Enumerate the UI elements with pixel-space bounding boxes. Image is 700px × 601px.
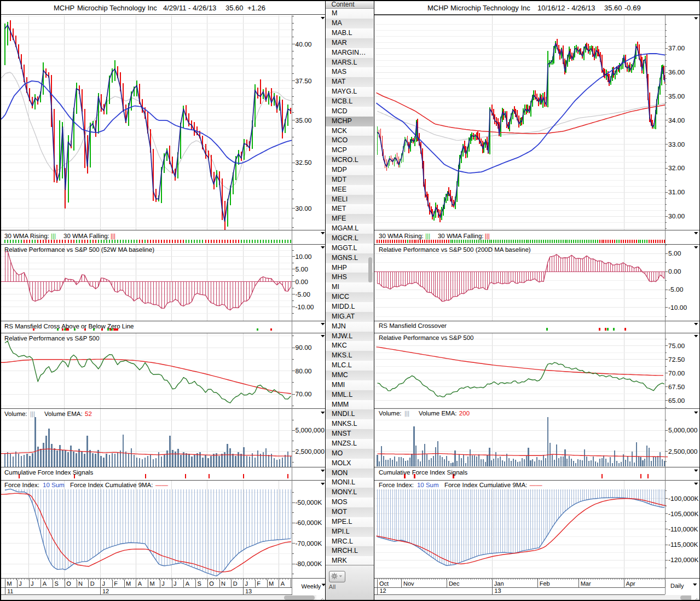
svg-text:N: N [78,581,83,587]
svg-text:Force Index:: Force Index: [4,482,39,489]
svg-text:|||: ||| [51,233,56,240]
svg-text:Volume:: Volume: [4,411,27,418]
svg-text:Cumulative Force Index Signals: Cumulative Force Index Signals [4,470,94,476]
svg-text:32.50: 32.50 [296,159,312,166]
svg-text:30 WMA Rising:: 30 WMA Rising: [4,233,49,240]
svg-text:35.00: 35.00 [296,117,312,124]
svg-text:J: J [173,581,177,587]
svg-text:——: —— [155,482,169,489]
svg-text:S: S [55,581,59,587]
svg-text:Force Index Cumulative 9MA:: Force Index Cumulative 9MA: [444,482,527,489]
svg-text:Weekly: Weekly [302,583,321,590]
svg-text:Nov: Nov [403,581,414,587]
svg-text:35.00: 35.00 [668,93,685,100]
svg-text:-60,000K: -60,000K [296,519,322,527]
svg-text:Apr: Apr [626,581,635,587]
svg-text:J: J [19,581,22,587]
svg-text:70.00: 70.00 [296,390,312,398]
svg-text:-115,000K: -115,000K [668,541,698,548]
svg-text:M: M [126,581,131,587]
svg-text:72.50: 72.50 [668,356,685,363]
svg-text:-105,000K: -105,000K [668,510,698,518]
svg-text:30 WMA Falling:: 30 WMA Falling: [63,233,109,240]
svg-text:30.00: 30.00 [296,205,312,212]
svg-text:A: A [186,581,190,587]
svg-text:75.00: 75.00 [668,342,685,350]
svg-text:O: O [209,581,214,587]
svg-text:31.00: 31.00 [668,188,685,196]
svg-text:-50,000K: -50,000K [296,499,322,506]
svg-text:|||: ||| [484,233,489,240]
svg-text:10 Sum: 10 Sum [416,482,438,489]
svg-text:90.00: 90.00 [296,344,312,351]
svg-text:0.00: 0.00 [296,278,309,286]
svg-text:36.00: 36.00 [668,68,685,76]
svg-text:|||: ||| [30,411,35,418]
svg-text:Relative Performance vs S&P 50: Relative Performance vs S&P 500 (200D MA… [378,247,530,253]
svg-text:80.00: 80.00 [296,367,312,375]
svg-text:F: F [114,581,118,587]
svg-text:10 Sum: 10 Sum [43,482,65,489]
svg-text:Dec: Dec [448,581,459,587]
svg-text:|||: ||| [404,411,409,417]
svg-text:-10.00: -10.00 [296,303,314,311]
svg-text:J: J [161,581,165,587]
svg-text:12: 12 [379,588,386,594]
svg-text:Volume EMA:: Volume EMA: [418,411,456,417]
svg-text:M: M [7,581,12,587]
svg-text:-100,000K: -100,000K [668,495,698,502]
svg-text:Force Index Cumulative 9MA:: Force Index Cumulative 9MA: [70,482,153,489]
svg-text:30 WMA Rising:: 30 WMA Rising: [378,233,423,240]
svg-text:30.00: 30.00 [668,212,685,220]
svg-text:——: —— [529,482,542,489]
svg-text:34.00: 34.00 [668,117,685,124]
svg-text:M: M [150,581,155,587]
svg-text:A: A [281,581,285,587]
svg-text:Daily: Daily [670,583,684,590]
svg-text:200: 200 [459,411,469,417]
svg-text:32.00: 32.00 [668,165,685,172]
svg-text:D: D [233,581,238,587]
svg-text:Force Index:: Force Index: [378,482,413,489]
svg-text:33.00: 33.00 [668,141,685,148]
svg-text:-5.00: -5.00 [296,291,311,298]
svg-text:Relative Performance vs S&P 50: Relative Performance vs S&P 500 [4,336,100,342]
svg-text:F: F [257,581,261,587]
svg-text:S: S [198,581,201,587]
svg-text:5.00: 5.00 [296,265,309,273]
svg-text:30 WMA Falling:: 30 WMA Falling: [437,233,483,240]
svg-text:J: J [245,581,248,587]
svg-text:Relative Performance vs S&P 50: Relative Performance vs S&P 500 [378,335,473,342]
svg-text:37.00: 37.00 [668,44,685,52]
svg-text:Volume:: Volume: [378,411,401,417]
svg-text:12: 12 [102,588,109,595]
svg-text:-110,000K: -110,000K [668,525,698,533]
svg-text:-80,000K: -80,000K [296,560,322,568]
svg-text:D: D [90,581,95,587]
svg-text:37.50: 37.50 [296,77,312,85]
svg-text:-120,000K: -120,000K [668,556,698,564]
svg-text:5,000,000: 5,000,000 [668,426,698,434]
svg-text:10.00: 10.00 [296,253,312,261]
svg-text:RS Mansfield Crossover: RS Mansfield Crossover [378,323,446,330]
svg-text:2,500,000: 2,500,000 [668,448,698,455]
svg-text:11: 11 [7,588,13,595]
svg-text:5.00: 5.00 [668,250,681,257]
svg-text:52: 52 [85,411,92,418]
svg-text:O: O [66,581,71,587]
svg-text:M: M [269,581,274,587]
svg-text:13: 13 [245,588,252,595]
svg-text:Volume EMA:: Volume EMA: [44,411,83,418]
svg-text:Mar: Mar [580,581,591,587]
svg-text:65.00: 65.00 [668,397,685,404]
svg-text:Oct: Oct [379,581,388,587]
svg-text:2,500,000: 2,500,000 [296,448,325,455]
svg-text:RS Mansfield Cross Above or Be: RS Mansfield Cross Above or Below Zero L… [4,323,134,330]
svg-text:Feb: Feb [539,581,549,587]
svg-text:-10.00: -10.00 [668,304,687,311]
svg-text:J: J [31,581,34,587]
svg-text:Jan: Jan [494,581,504,587]
svg-text:Relative Performance vs S&P 50: Relative Performance vs S&P 500 (52W MA … [4,247,154,253]
svg-text:N: N [221,581,225,587]
svg-text:70.00: 70.00 [668,369,685,377]
